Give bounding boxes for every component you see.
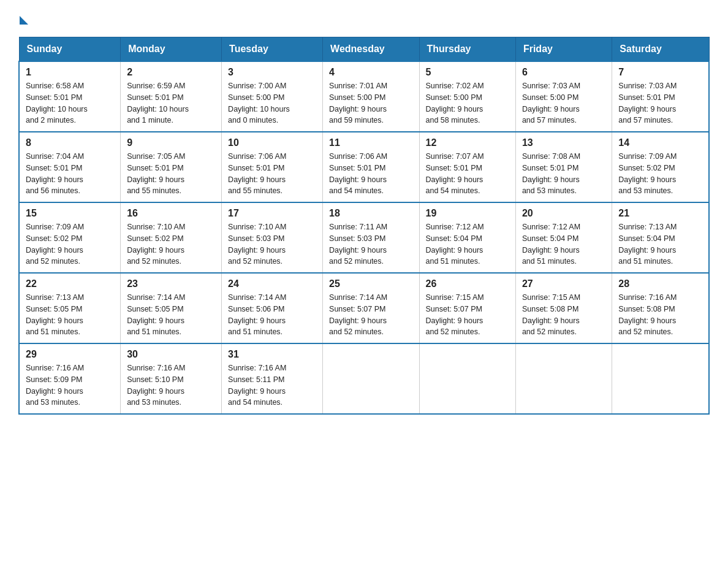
day-cell: 11 Sunrise: 7:06 AM Sunset: 5:01 PM Dayl… bbox=[323, 132, 419, 202]
day-cell: 26 Sunrise: 7:15 AM Sunset: 5:07 PM Dayl… bbox=[419, 273, 515, 343]
week-row-1: 1 Sunrise: 6:58 AM Sunset: 5:01 PM Dayli… bbox=[19, 61, 709, 132]
day-number: 12 bbox=[426, 137, 509, 148]
weekday-header-sunday: Sunday bbox=[19, 37, 121, 62]
day-info: Sunrise: 7:02 AM Sunset: 5:00 PM Dayligh… bbox=[426, 80, 509, 126]
day-cell: 17 Sunrise: 7:10 AM Sunset: 5:03 PM Dayl… bbox=[222, 202, 323, 273]
logo bbox=[18, 12, 28, 25]
day-cell: 30 Sunrise: 7:16 AM Sunset: 5:10 PM Dayl… bbox=[121, 343, 222, 414]
day-number: 16 bbox=[127, 208, 215, 219]
weekday-header-thursday: Thursday bbox=[419, 37, 515, 62]
day-cell: 27 Sunrise: 7:15 AM Sunset: 5:08 PM Dayl… bbox=[515, 273, 612, 343]
day-info: Sunrise: 7:13 AM Sunset: 5:05 PM Dayligh… bbox=[26, 292, 114, 338]
day-number: 13 bbox=[522, 137, 605, 148]
day-cell: 5 Sunrise: 7:02 AM Sunset: 5:00 PM Dayli… bbox=[419, 61, 515, 132]
day-cell: 14 Sunrise: 7:09 AM Sunset: 5:02 PM Dayl… bbox=[612, 132, 709, 202]
day-number: 24 bbox=[228, 278, 316, 289]
day-cell: 1 Sunrise: 6:58 AM Sunset: 5:01 PM Dayli… bbox=[19, 61, 121, 132]
day-cell: 31 Sunrise: 7:16 AM Sunset: 5:11 PM Dayl… bbox=[222, 343, 323, 414]
day-cell: 25 Sunrise: 7:14 AM Sunset: 5:07 PM Dayl… bbox=[323, 273, 419, 343]
day-info: Sunrise: 7:06 AM Sunset: 5:01 PM Dayligh… bbox=[228, 151, 316, 197]
day-info: Sunrise: 7:15 AM Sunset: 5:07 PM Dayligh… bbox=[426, 292, 509, 338]
logo-arrow-icon bbox=[20, 16, 28, 25]
day-info: Sunrise: 7:05 AM Sunset: 5:01 PM Dayligh… bbox=[127, 151, 215, 197]
day-cell: 20 Sunrise: 7:12 AM Sunset: 5:04 PM Dayl… bbox=[515, 202, 612, 273]
day-number: 19 bbox=[426, 208, 509, 219]
day-info: Sunrise: 7:13 AM Sunset: 5:04 PM Dayligh… bbox=[618, 221, 702, 267]
day-cell: 19 Sunrise: 7:12 AM Sunset: 5:04 PM Dayl… bbox=[419, 202, 515, 273]
day-info: Sunrise: 7:03 AM Sunset: 5:01 PM Dayligh… bbox=[618, 80, 702, 126]
day-info: Sunrise: 7:07 AM Sunset: 5:01 PM Dayligh… bbox=[426, 151, 509, 197]
day-info: Sunrise: 7:14 AM Sunset: 5:07 PM Dayligh… bbox=[329, 292, 412, 338]
day-number: 23 bbox=[127, 278, 215, 289]
day-info: Sunrise: 7:14 AM Sunset: 5:06 PM Dayligh… bbox=[228, 292, 316, 338]
day-cell bbox=[323, 343, 419, 414]
day-number: 2 bbox=[127, 67, 215, 78]
day-cell: 15 Sunrise: 7:09 AM Sunset: 5:02 PM Dayl… bbox=[19, 202, 121, 273]
day-number: 17 bbox=[228, 208, 316, 219]
weekday-header-wednesday: Wednesday bbox=[323, 37, 419, 62]
weekday-header-saturday: Saturday bbox=[612, 37, 709, 62]
day-number: 9 bbox=[127, 137, 215, 148]
day-info: Sunrise: 7:00 AM Sunset: 5:00 PM Dayligh… bbox=[228, 80, 316, 126]
week-row-4: 22 Sunrise: 7:13 AM Sunset: 5:05 PM Dayl… bbox=[19, 273, 709, 343]
day-info: Sunrise: 7:08 AM Sunset: 5:01 PM Dayligh… bbox=[522, 151, 605, 197]
day-info: Sunrise: 7:03 AM Sunset: 5:00 PM Dayligh… bbox=[522, 80, 605, 126]
weekday-header-row: SundayMondayTuesdayWednesdayThursdayFrid… bbox=[19, 37, 709, 62]
day-info: Sunrise: 7:11 AM Sunset: 5:03 PM Dayligh… bbox=[329, 221, 412, 267]
day-info: Sunrise: 7:09 AM Sunset: 5:02 PM Dayligh… bbox=[26, 221, 114, 267]
day-cell: 29 Sunrise: 7:16 AM Sunset: 5:09 PM Dayl… bbox=[19, 343, 121, 414]
day-number: 22 bbox=[26, 278, 114, 289]
day-number: 29 bbox=[26, 349, 114, 360]
day-info: Sunrise: 7:10 AM Sunset: 5:03 PM Dayligh… bbox=[228, 221, 316, 267]
day-cell: 23 Sunrise: 7:14 AM Sunset: 5:05 PM Dayl… bbox=[121, 273, 222, 343]
day-number: 20 bbox=[522, 208, 605, 219]
day-number: 5 bbox=[426, 67, 509, 78]
day-number: 30 bbox=[127, 349, 215, 360]
day-cell: 24 Sunrise: 7:14 AM Sunset: 5:06 PM Dayl… bbox=[222, 273, 323, 343]
day-number: 11 bbox=[329, 137, 412, 148]
day-cell: 3 Sunrise: 7:00 AM Sunset: 5:00 PM Dayli… bbox=[222, 61, 323, 132]
day-info: Sunrise: 7:09 AM Sunset: 5:02 PM Dayligh… bbox=[618, 151, 702, 197]
week-row-2: 8 Sunrise: 7:04 AM Sunset: 5:01 PM Dayli… bbox=[19, 132, 709, 202]
week-row-5: 29 Sunrise: 7:16 AM Sunset: 5:09 PM Dayl… bbox=[19, 343, 709, 414]
day-cell: 10 Sunrise: 7:06 AM Sunset: 5:01 PM Dayl… bbox=[222, 132, 323, 202]
day-cell bbox=[515, 343, 612, 414]
day-info: Sunrise: 7:16 AM Sunset: 5:11 PM Dayligh… bbox=[228, 362, 316, 408]
day-info: Sunrise: 7:10 AM Sunset: 5:02 PM Dayligh… bbox=[127, 221, 215, 267]
day-number: 27 bbox=[522, 278, 605, 289]
day-cell: 7 Sunrise: 7:03 AM Sunset: 5:01 PM Dayli… bbox=[612, 61, 709, 132]
day-number: 6 bbox=[522, 67, 605, 78]
day-info: Sunrise: 7:06 AM Sunset: 5:01 PM Dayligh… bbox=[329, 151, 412, 197]
day-number: 18 bbox=[329, 208, 412, 219]
day-cell: 28 Sunrise: 7:16 AM Sunset: 5:08 PM Dayl… bbox=[612, 273, 709, 343]
day-cell: 18 Sunrise: 7:11 AM Sunset: 5:03 PM Dayl… bbox=[323, 202, 419, 273]
day-cell bbox=[419, 343, 515, 414]
day-info: Sunrise: 6:58 AM Sunset: 5:01 PM Dayligh… bbox=[26, 80, 114, 126]
weekday-header-friday: Friday bbox=[515, 37, 612, 62]
day-info: Sunrise: 7:12 AM Sunset: 5:04 PM Dayligh… bbox=[522, 221, 605, 267]
day-cell: 9 Sunrise: 7:05 AM Sunset: 5:01 PM Dayli… bbox=[121, 132, 222, 202]
day-number: 7 bbox=[618, 67, 702, 78]
day-cell: 16 Sunrise: 7:10 AM Sunset: 5:02 PM Dayl… bbox=[121, 202, 222, 273]
day-number: 8 bbox=[26, 137, 114, 148]
day-number: 15 bbox=[26, 208, 114, 219]
calendar-table: SundayMondayTuesdayWednesdayThursdayFrid… bbox=[18, 37, 710, 415]
day-cell: 4 Sunrise: 7:01 AM Sunset: 5:00 PM Dayli… bbox=[323, 61, 419, 132]
day-info: Sunrise: 7:01 AM Sunset: 5:00 PM Dayligh… bbox=[329, 80, 412, 126]
day-info: Sunrise: 7:16 AM Sunset: 5:08 PM Dayligh… bbox=[618, 292, 702, 338]
day-info: Sunrise: 7:16 AM Sunset: 5:10 PM Dayligh… bbox=[127, 362, 215, 408]
day-number: 1 bbox=[26, 67, 114, 78]
day-info: Sunrise: 7:15 AM Sunset: 5:08 PM Dayligh… bbox=[522, 292, 605, 338]
week-row-3: 15 Sunrise: 7:09 AM Sunset: 5:02 PM Dayl… bbox=[19, 202, 709, 273]
page-header bbox=[18, 12, 710, 25]
day-cell: 22 Sunrise: 7:13 AM Sunset: 5:05 PM Dayl… bbox=[19, 273, 121, 343]
day-number: 28 bbox=[618, 278, 702, 289]
day-cell: 13 Sunrise: 7:08 AM Sunset: 5:01 PM Dayl… bbox=[515, 132, 612, 202]
day-cell: 21 Sunrise: 7:13 AM Sunset: 5:04 PM Dayl… bbox=[612, 202, 709, 273]
day-info: Sunrise: 6:59 AM Sunset: 5:01 PM Dayligh… bbox=[127, 80, 215, 126]
calendar-body: 1 Sunrise: 6:58 AM Sunset: 5:01 PM Dayli… bbox=[19, 61, 709, 414]
day-number: 4 bbox=[329, 67, 412, 78]
day-info: Sunrise: 7:16 AM Sunset: 5:09 PM Dayligh… bbox=[26, 362, 114, 408]
day-number: 21 bbox=[618, 208, 702, 219]
weekday-header-tuesday: Tuesday bbox=[222, 37, 323, 62]
